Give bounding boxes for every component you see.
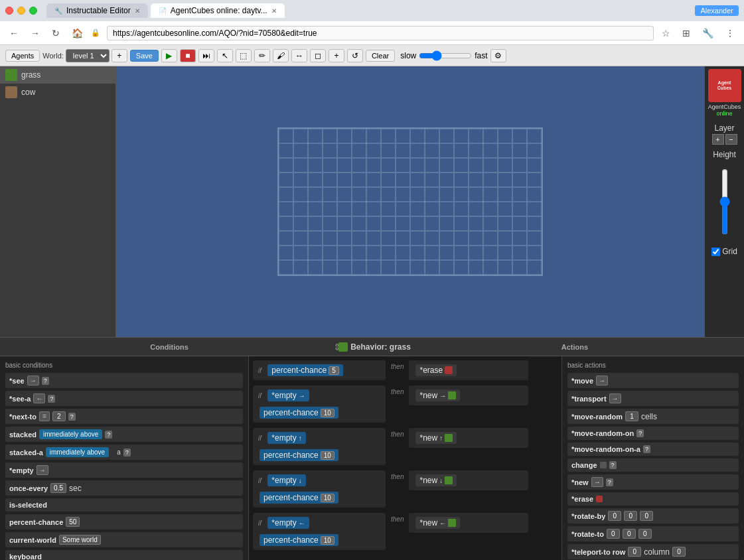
rule-1-erase[interactable]: *erase — [415, 364, 457, 376]
grid-cell[interactable] — [308, 216, 323, 231]
tab-close-icon[interactable]: ✕ — [135, 7, 140, 15]
grid-cell[interactable] — [293, 216, 308, 231]
grid-cell[interactable] — [469, 216, 483, 231]
next-to-help[interactable]: ? — [68, 413, 76, 421]
grid-cell[interactable] — [337, 173, 352, 187]
grid-cell[interactable] — [366, 173, 381, 187]
grid-cell[interactable] — [439, 245, 454, 260]
grid-cell[interactable] — [469, 187, 483, 202]
grid-cell[interactable] — [308, 202, 323, 216]
grid-cell[interactable] — [454, 129, 469, 143]
erase-tool[interactable]: ◻ — [310, 49, 326, 62]
fill-tool[interactable]: 🖌 — [273, 49, 289, 62]
condition-next-to[interactable]: *next-to = 2 ? — [5, 409, 243, 424]
grid-cell[interactable] — [279, 202, 293, 216]
grid-cell[interactable] — [323, 231, 337, 245]
grid-cell[interactable] — [366, 187, 381, 202]
agent-item-grass[interactable]: grass — [0, 66, 115, 84]
grid-cell[interactable] — [308, 173, 323, 187]
grid-cell[interactable] — [293, 129, 308, 143]
step-button[interactable]: ⏭ — [198, 49, 214, 62]
grid-cell[interactable] — [337, 216, 352, 231]
grid-cell[interactable] — [469, 202, 483, 216]
grid-cell[interactable] — [308, 260, 323, 275]
grid-cell[interactable] — [483, 260, 498, 275]
world-selector[interactable]: level 1 — [66, 49, 110, 62]
tab-close-active-icon[interactable]: ✕ — [271, 7, 277, 15]
grid-cell[interactable] — [308, 158, 323, 173]
empty-arrow[interactable]: → — [37, 465, 48, 475]
rule-3-new[interactable]: *new ↑ — [415, 432, 457, 444]
grid-cell[interactable] — [410, 129, 425, 143]
grid-cell[interactable] — [396, 231, 410, 245]
forward-button[interactable]: → — [27, 27, 44, 40]
grid-cell[interactable] — [396, 260, 410, 275]
grid-cell[interactable] — [498, 187, 512, 202]
grid-cell[interactable] — [439, 202, 454, 216]
refresh-button[interactable]: ↺ — [347, 49, 363, 62]
action-erase[interactable]: *erase — [567, 492, 739, 506]
grid-cell[interactable] — [279, 187, 293, 202]
grid-cell[interactable] — [512, 173, 527, 187]
grid-cell[interactable] — [366, 202, 381, 216]
grid-cell[interactable] — [527, 245, 542, 260]
grid-cell[interactable] — [293, 260, 308, 275]
grid-cell[interactable] — [527, 129, 542, 143]
grid-cell[interactable] — [454, 173, 469, 187]
grid-cell[interactable] — [454, 158, 469, 173]
condition-see-a[interactable]: *see-a ← ? — [5, 391, 243, 406]
grid-cell[interactable] — [425, 216, 439, 231]
grid-cell[interactable] — [293, 173, 308, 187]
grid-cell[interactable] — [469, 260, 483, 275]
grid-cell[interactable] — [498, 158, 512, 173]
grid-cell[interactable] — [483, 202, 498, 216]
grid-cell[interactable] — [279, 158, 293, 173]
grid-checkbox[interactable]: Grid — [711, 247, 737, 256]
grid-cell[interactable] — [469, 143, 483, 158]
select-tool[interactable]: ↖ — [217, 49, 233, 62]
grid-cell[interactable] — [352, 260, 366, 275]
grid-cell[interactable] — [483, 231, 498, 245]
grid-cell[interactable] — [352, 216, 366, 231]
grid-cell[interactable] — [337, 202, 352, 216]
grid-cell[interactable] — [439, 260, 454, 275]
grid-cell[interactable] — [410, 231, 425, 245]
move-arrow[interactable]: → — [596, 376, 608, 385]
grid-cell[interactable] — [308, 231, 323, 245]
grid-cell[interactable] — [498, 231, 512, 245]
grid-cell[interactable] — [352, 129, 366, 143]
bookmark-button[interactable]: ☆ — [658, 27, 674, 40]
grid-cell[interactable] — [483, 173, 498, 187]
grid-cell[interactable] — [425, 231, 439, 245]
grid-cell[interactable] — [293, 231, 308, 245]
action-change[interactable]: change ? — [567, 458, 739, 472]
grid-cell[interactable] — [454, 260, 469, 275]
grid-cell[interactable] — [323, 216, 337, 231]
grid-cell[interactable] — [512, 143, 527, 158]
grid-cell[interactable] — [483, 245, 498, 260]
grid-cell[interactable] — [512, 158, 527, 173]
grid-cell[interactable] — [366, 231, 381, 245]
settings-button[interactable]: ⚙ — [490, 49, 506, 62]
grid-cell[interactable] — [527, 231, 542, 245]
grid-cell[interactable] — [454, 202, 469, 216]
grid-cell[interactable] — [454, 245, 469, 260]
pencil-tool[interactable]: ✏ — [254, 49, 270, 62]
close-btn[interactable] — [5, 7, 13, 15]
grid-cell[interactable] — [381, 129, 396, 143]
grid-cell[interactable] — [308, 129, 323, 143]
grid-cell[interactable] — [527, 143, 542, 158]
grid-cell[interactable] — [323, 245, 337, 260]
grid-cell[interactable] — [410, 202, 425, 216]
see-arrow[interactable]: → — [27, 376, 39, 385]
grid-cell[interactable] — [498, 173, 512, 187]
move-random-on-a-help[interactable]: ? — [643, 445, 650, 453]
grid-cell[interactable] — [498, 260, 512, 275]
agents-button[interactable]: Agents — [5, 50, 40, 62]
grid-cell[interactable] — [527, 216, 542, 231]
resize-handle[interactable]: ⇕ — [333, 342, 338, 352]
grid-cell[interactable] — [527, 173, 542, 187]
back-button[interactable]: ← — [5, 27, 23, 40]
pick-tool[interactable]: + — [329, 49, 344, 62]
action-rotate-by[interactable]: *rotate-by 0 0 0 — [567, 508, 739, 524]
